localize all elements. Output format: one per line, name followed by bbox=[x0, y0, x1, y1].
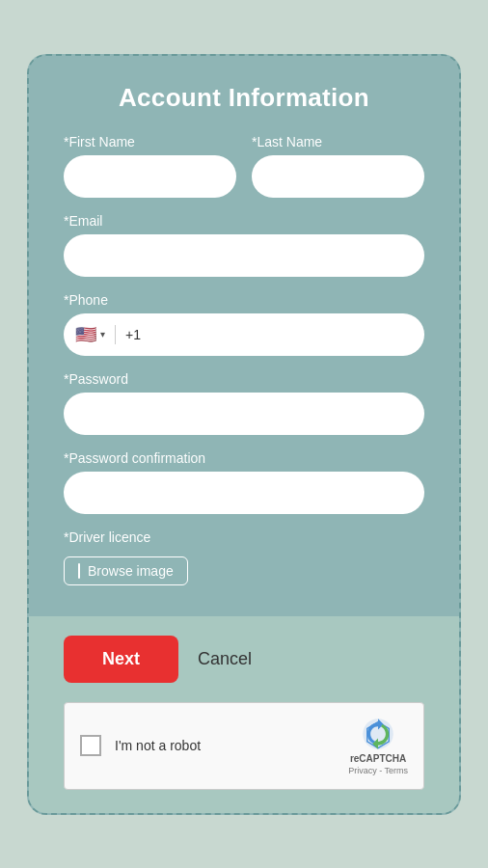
password-confirm-input[interactable] bbox=[64, 472, 424, 514]
account-form-card: Account Information *First Name *Last Na… bbox=[27, 54, 461, 815]
footer-section: Next Cancel I'm not a robot reCAPTCHA bbox=[29, 616, 459, 813]
password-confirm-field-group: *Password confirmation bbox=[64, 450, 424, 514]
phone-label: *Phone bbox=[64, 292, 424, 308]
recaptcha-logo-icon bbox=[361, 717, 395, 751]
flag-icon: 🇺🇸 bbox=[75, 326, 96, 343]
password-confirm-label: *Password confirmation bbox=[64, 450, 424, 466]
last-name-input[interactable] bbox=[252, 155, 424, 198]
phone-field-group: *Phone 🇺🇸 ▾ +1 bbox=[64, 292, 424, 356]
divider bbox=[115, 325, 116, 344]
recaptcha-links: Privacy - Terms bbox=[348, 766, 408, 775]
recaptcha-box: I'm not a robot reCAPTCHA Privacy - Term… bbox=[64, 702, 424, 790]
recaptcha-brand-label: reCAPTCHA bbox=[350, 753, 406, 764]
country-selector[interactable]: 🇺🇸 ▾ bbox=[75, 326, 105, 343]
recaptcha-text: I'm not a robot bbox=[115, 738, 201, 753]
password-field-group: *Password bbox=[64, 371, 424, 435]
action-row: Next Cancel bbox=[64, 636, 424, 683]
email-label: *Email bbox=[64, 213, 424, 229]
driver-licence-section: *Driver licence Browse image bbox=[64, 529, 424, 585]
recaptcha-checkbox[interactable] bbox=[80, 735, 101, 756]
browse-image-button[interactable]: Browse image bbox=[64, 556, 188, 585]
last-name-field: *Last Name bbox=[252, 134, 424, 198]
cancel-button[interactable]: Cancel bbox=[198, 649, 252, 669]
browse-image-label: Browse image bbox=[88, 563, 174, 579]
first-name-field: *First Name bbox=[64, 134, 236, 198]
password-input[interactable] bbox=[64, 393, 424, 435]
email-input[interactable] bbox=[64, 234, 424, 277]
recaptcha-logo-wrapper: reCAPTCHA Privacy - Terms bbox=[348, 717, 408, 775]
last-name-label: *Last Name bbox=[252, 134, 424, 149]
browse-pipe bbox=[78, 563, 80, 579]
password-label: *Password bbox=[64, 371, 424, 387]
page-title: Account Information bbox=[64, 83, 424, 113]
next-button[interactable]: Next bbox=[64, 636, 178, 683]
name-row: *First Name *Last Name bbox=[64, 134, 424, 198]
form-section: Account Information *First Name *Last Na… bbox=[29, 56, 459, 616]
phone-number-input[interactable] bbox=[147, 327, 413, 342]
recaptcha-left: I'm not a robot bbox=[80, 735, 201, 756]
email-field-group: *Email bbox=[64, 213, 424, 277]
first-name-input[interactable] bbox=[64, 155, 236, 198]
chevron-down-icon: ▾ bbox=[100, 329, 105, 339]
driver-licence-label: *Driver licence bbox=[64, 529, 424, 545]
phone-input-wrapper: 🇺🇸 ▾ +1 bbox=[64, 313, 424, 356]
phone-prefix: +1 bbox=[125, 327, 141, 342]
first-name-label: *First Name bbox=[64, 134, 236, 149]
